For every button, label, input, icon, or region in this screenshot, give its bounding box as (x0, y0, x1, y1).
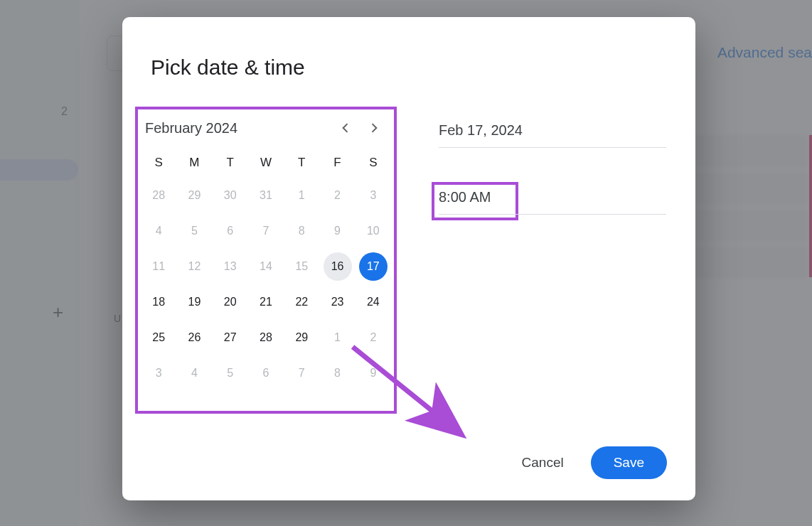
calendar-day-cell[interactable]: 19 (180, 288, 208, 316)
cancel-button[interactable]: Cancel (511, 448, 575, 478)
calendar-day-cell[interactable]: 9 (324, 217, 352, 245)
calendar-dow-cell: M (176, 151, 212, 175)
calendar-day-cell[interactable]: 3 (359, 181, 388, 210)
calendar-day-cell[interactable]: 5 (180, 217, 208, 245)
calendar-day-cell[interactable]: 12 (180, 252, 208, 281)
calendar-day-cell[interactable]: 4 (144, 217, 173, 245)
calendar-day-cell[interactable]: 28 (144, 181, 173, 210)
calendar-day-cell[interactable]: 29 (180, 181, 208, 210)
calendar-day-cell[interactable]: 1 (324, 323, 352, 352)
calendar-day-cell[interactable]: 7 (252, 217, 280, 245)
date-input[interactable]: Feb 17, 2024 (439, 121, 666, 148)
next-month-button[interactable] (360, 114, 388, 142)
calendar-day-cell[interactable]: 15 (287, 252, 316, 281)
calendar-dow-cell: W (248, 151, 284, 175)
calendar-day-cell[interactable]: 14 (252, 252, 280, 281)
calendar-day-cell[interactable]: 23 (324, 288, 352, 316)
calendar-day-cell[interactable]: 8 (324, 359, 352, 387)
calendar-dow-cell: T (284, 151, 319, 175)
calendar-day-cell[interactable]: 26 (180, 323, 208, 352)
calendar-day-cell[interactable]: 3 (144, 359, 173, 387)
calendar-day-cell[interactable]: 10 (359, 217, 388, 245)
calendar-dow-cell: F (319, 151, 355, 175)
calendar-dow-cell: S (356, 151, 391, 175)
chevron-left-icon (338, 121, 353, 135)
calendar-day-cell[interactable]: 1 (287, 181, 316, 210)
time-input[interactable]: 8:00 AM (439, 188, 666, 215)
calendar-day-cell[interactable]: 17 (359, 252, 388, 281)
calendar-day-cell[interactable]: 7 (287, 359, 316, 387)
calendar-day-cell[interactable]: 13 (216, 252, 245, 281)
dialog-title: Pick date & time (151, 55, 305, 80)
calendar-day-cell[interactable]: 2 (359, 323, 388, 352)
calendar-dow-cell: T (213, 151, 248, 175)
calendar-day-cell[interactable]: 5 (216, 359, 245, 387)
calendar-day-cell[interactable]: 6 (216, 217, 245, 245)
chevron-right-icon (367, 121, 381, 135)
calendar-day-cell[interactable]: 4 (180, 359, 208, 387)
calendar-day-cell[interactable]: 8 (287, 217, 316, 245)
calendar-day-cell[interactable]: 2 (324, 181, 352, 210)
calendar-highlight-frame: February 2024 SMTWTFS 282930311234567891… (135, 107, 397, 414)
calendar-day-cell[interactable]: 22 (287, 288, 316, 316)
calendar-dow-cell: S (141, 151, 176, 175)
calendar-dow-row: SMTWTFS (138, 151, 394, 175)
calendar-day-cell[interactable]: 6 (252, 359, 280, 387)
calendar-day-cell[interactable]: 27 (216, 323, 245, 352)
pick-date-time-dialog: Pick date & time February 2024 SMTWTFS 2… (122, 17, 695, 500)
calendar-day-cell[interactable]: 24 (359, 288, 388, 316)
calendar-day-cell[interactable]: 16 (324, 252, 352, 281)
calendar-day-cell[interactable]: 28 (252, 323, 280, 352)
prev-month-button[interactable] (331, 114, 360, 142)
calendar-month-label: February 2024 (145, 120, 331, 136)
calendar-day-cell[interactable]: 18 (144, 288, 173, 316)
dialog-buttons: Cancel Save (511, 446, 667, 479)
calendar-day-cell[interactable]: 21 (252, 288, 280, 316)
save-button[interactable]: Save (591, 446, 667, 479)
calendar-day-cell[interactable]: 9 (359, 359, 388, 387)
calendar-day-cell[interactable]: 31 (252, 181, 280, 210)
calendar-day-cell[interactable]: 29 (287, 323, 316, 352)
calendar-header: February 2024 (138, 109, 394, 146)
calendar-day-cell[interactable]: 11 (144, 252, 173, 281)
calendar-day-cell[interactable]: 25 (144, 323, 173, 352)
calendar-day-cell[interactable]: 20 (216, 288, 245, 316)
calendar-day-cell[interactable]: 30 (216, 181, 245, 210)
calendar-grid: 2829303112345678910111213141516171819202… (138, 178, 394, 391)
